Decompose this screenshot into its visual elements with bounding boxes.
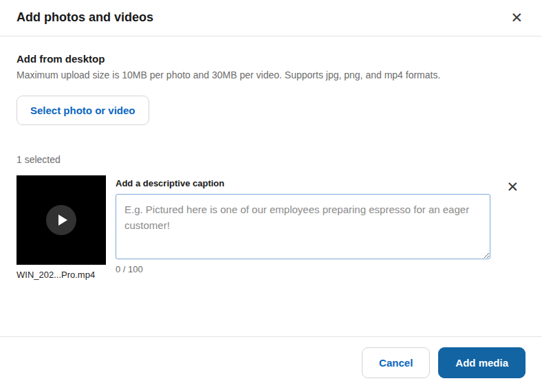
video-filename: WIN_202...Pro.mp4 bbox=[17, 270, 106, 280]
remove-media-button[interactable]: ✕ bbox=[503, 178, 521, 195]
caption-input[interactable] bbox=[116, 194, 490, 259]
close-icon: ✕ bbox=[510, 10, 523, 25]
caption-char-counter: 0 / 100 bbox=[116, 264, 494, 274]
caption-label: Add a descriptive caption bbox=[116, 178, 494, 188]
caption-column: Add a descriptive caption 0 / 100 bbox=[116, 178, 494, 274]
remove-media-column: ✕ bbox=[503, 178, 525, 195]
selected-count-text: 1 selected bbox=[17, 154, 525, 165]
video-thumbnail[interactable] bbox=[17, 175, 106, 265]
select-photo-or-video-button[interactable]: Select photo or video bbox=[17, 96, 149, 125]
dialog-header: Add photos and videos ✕ bbox=[0, 0, 542, 36]
add-from-desktop-heading: Add from desktop bbox=[17, 53, 525, 65]
media-item-row: WIN_202...Pro.mp4 Add a descriptive capt… bbox=[17, 175, 525, 280]
play-icon[interactable] bbox=[46, 205, 76, 235]
upload-limits-text: Maximum upload size is 10MB per photo an… bbox=[17, 69, 525, 80]
add-media-button[interactable]: Add media bbox=[438, 347, 525, 378]
video-thumbnail-column: WIN_202...Pro.mp4 bbox=[17, 175, 106, 280]
dialog-body: Add from desktop Maximum upload size is … bbox=[0, 36, 542, 280]
remove-media-icon: ✕ bbox=[506, 179, 519, 195]
cancel-button[interactable]: Cancel bbox=[362, 347, 430, 378]
add-photos-videos-dialog: Add photos and videos ✕ Add from desktop… bbox=[0, 0, 542, 280]
close-dialog-button[interactable]: ✕ bbox=[508, 9, 525, 26]
dialog-title: Add photos and videos bbox=[17, 10, 153, 25]
dialog-footer: Cancel Add media bbox=[0, 336, 542, 392]
